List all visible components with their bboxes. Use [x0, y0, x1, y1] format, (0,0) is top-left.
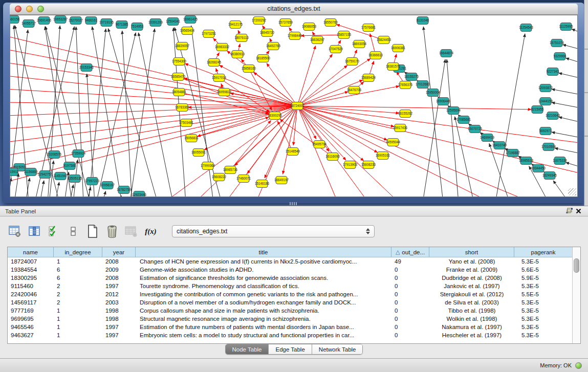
- graph-node[interactable]: 19565404: [180, 27, 195, 35]
- table-row[interactable]: 1456911722003Disruption of a novel membe…: [8, 298, 572, 307]
- graph-node[interactable]: 18945720: [260, 29, 275, 37]
- column-header-name[interactable]: name: [8, 247, 54, 257]
- table-cell[interactable]: 14569117: [8, 299, 54, 305]
- graph-node[interactable]: 11675338: [553, 157, 567, 165]
- table-cell[interactable]: 2003: [102, 299, 136, 305]
- graph-node[interactable]: 8215955: [531, 106, 544, 114]
- graph-node[interactable]: 18985618: [519, 157, 534, 165]
- table-cell[interactable]: Investigating the contribution of common…: [136, 291, 391, 297]
- graph-node[interactable]: 15270027: [69, 17, 83, 25]
- table-cell[interactable]: 5.3E-5: [514, 283, 572, 289]
- graph-node[interactable]: 16959813: [217, 89, 232, 96]
- table-cell[interactable]: 5.3E-5: [514, 324, 572, 330]
- graph-node[interactable]: 16366613: [368, 52, 383, 59]
- table-cell[interactable]: 0: [391, 291, 429, 297]
- table-cell[interactable]: Corpus callosum shape and size in male p…: [136, 308, 391, 314]
- column-header-short[interactable]: short: [429, 247, 514, 257]
- graph-node[interactable]: 16116093: [325, 153, 340, 161]
- graph-node[interactable]: 10391209: [148, 19, 163, 27]
- table-cell[interactable]: 5.9E-5: [514, 275, 572, 281]
- graph-node[interactable]: 18985736: [223, 166, 238, 174]
- new-file-icon[interactable]: [86, 225, 99, 238]
- graph-node[interactable]: 17554300: [172, 58, 187, 65]
- network-graph[interactable]: 1872400718300295956015614055717206914061…: [10, 15, 577, 197]
- table-cell[interactable]: Hescheler et al. (1997): [429, 332, 514, 338]
- graph-node[interactable]: 15608222: [212, 173, 227, 181]
- tab-node-table[interactable]: Node Table: [226, 344, 269, 354]
- graph-node[interactable]: 16055091: [191, 149, 206, 157]
- table-cell[interactable]: 2008: [102, 275, 136, 281]
- table-row[interactable]: 977716911998Corpus callosum shape and si…: [8, 307, 572, 315]
- table-cell[interactable]: 22420046: [8, 291, 54, 297]
- table-cell[interactable]: Tourette syndrome. Phenomenology and cla…: [136, 283, 391, 289]
- column-header-pagerank[interactable]: pagerank: [514, 247, 572, 257]
- table-settings-icon[interactable]: [8, 225, 21, 238]
- graph-node[interactable]: 18381570: [386, 63, 401, 71]
- graph-node[interactable]: 11156869: [24, 168, 38, 176]
- graph-node[interactable]: 15751074: [550, 39, 564, 47]
- table-cell[interactable]: 1: [54, 316, 102, 322]
- table-row[interactable]: 1872400712008Changes of HCN gene express…: [8, 257, 572, 266]
- graph-node[interactable]: 12504341: [166, 18, 181, 26]
- graph-node[interactable]: 16380913: [230, 51, 245, 58]
- graph-node[interactable]: 18185500: [256, 55, 271, 62]
- graph-node[interactable]: 15146186: [255, 180, 270, 188]
- graph-node[interactable]: 17085681: [456, 116, 471, 124]
- graph-node[interactable]: 12923446: [132, 191, 147, 198]
- graph-node[interactable]: 17359924: [71, 150, 86, 158]
- graph-node[interactable]: 17196887: [506, 149, 520, 157]
- graph-node[interactable]: 12942757: [38, 171, 53, 179]
- graph-node[interactable]: 10719195: [99, 19, 114, 27]
- table-cell[interactable]: 0: [391, 316, 429, 322]
- graph-node[interactable]: 15917436: [393, 124, 408, 132]
- table-cell[interactable]: Yano et al. (2008): [429, 258, 514, 265]
- graph-node[interactable]: 16906449: [436, 98, 451, 105]
- tab-edge-table[interactable]: Edge Table: [268, 344, 311, 354]
- table-cell[interactable]: Jankovic et al. (1997): [429, 283, 514, 289]
- graph-node[interactable]: 15917014: [212, 74, 227, 82]
- table-cell[interactable]: 9115460: [8, 283, 54, 289]
- table-row[interactable]: 2242004622012Investigating the contribut…: [8, 290, 572, 298]
- table-cell[interactable]: Franke et al. (2009): [429, 267, 514, 273]
- tab-network-table[interactable]: Network Table: [312, 344, 363, 354]
- table-cell[interactable]: 2: [54, 291, 102, 297]
- graph-node[interactable]: 15495794: [312, 141, 327, 148]
- graph-node[interactable]: 18300295: [268, 112, 282, 120]
- graph-node[interactable]: 16649197: [274, 177, 289, 184]
- graph-node[interactable]: 20153346: [79, 64, 94, 72]
- graph-node[interactable]: 14699419: [480, 134, 495, 142]
- graph-node[interactable]: 17576681: [361, 24, 376, 32]
- graph-node[interactable]: 17999364: [201, 162, 215, 170]
- graph-node[interactable]: 20206576: [47, 151, 62, 159]
- graph-node[interactable]: 15858160: [242, 65, 256, 73]
- function-builder-icon[interactable]: f(x): [144, 225, 157, 238]
- graph-node[interactable]: 17998440: [288, 32, 302, 40]
- table-cell[interactable]: 0: [391, 332, 429, 338]
- graph-node[interactable]: 16585470: [171, 73, 186, 81]
- table-cell[interactable]: Embryonic stem cells: a model to study s…: [136, 332, 391, 338]
- table-cell[interactable]: Genome-wide association studies in ADHD.: [136, 267, 391, 273]
- table-row[interactable]: 1830029562008Estimation of significance …: [8, 274, 572, 282]
- table-cell[interactable]: 0: [391, 267, 429, 273]
- table-cell[interactable]: 2: [54, 299, 102, 305]
- table-cell[interactable]: 9463627: [8, 332, 54, 338]
- table-row[interactable]: 911546021997Tourette syndrome. Phenomeno…: [8, 282, 572, 290]
- graph-node[interactable]: 16983332: [215, 43, 230, 51]
- network-canvas[interactable]: 1872400718300295956015614055717206914061…: [10, 15, 578, 197]
- graph-node[interactable]: 16759170: [345, 58, 360, 65]
- table-cell[interactable]: 1: [54, 308, 102, 314]
- graph-node[interactable]: 5692971: [539, 127, 552, 135]
- column-header-out_de[interactable]: △out_de...: [391, 247, 429, 257]
- table-cell[interactable]: 1998: [102, 316, 136, 322]
- graph-node[interactable]: 18550760: [323, 19, 338, 27]
- graph-node[interactable]: 16410749: [492, 142, 507, 149]
- table-cell[interactable]: 0: [391, 299, 429, 305]
- table-cell[interactable]: Changes of HCN gene expression and I(f) …: [136, 258, 391, 265]
- column-header-title[interactable]: title: [136, 247, 391, 257]
- table-cell[interactable]: 0: [391, 308, 429, 314]
- graph-node[interactable]: 9329966: [554, 53, 567, 60]
- graph-node[interactable]: 15824453: [377, 36, 391, 44]
- graph-node[interactable]: 9560156: [10, 16, 20, 24]
- graph-node[interactable]: 17656375: [398, 81, 413, 89]
- table-cell[interactable]: 9465546: [8, 324, 54, 330]
